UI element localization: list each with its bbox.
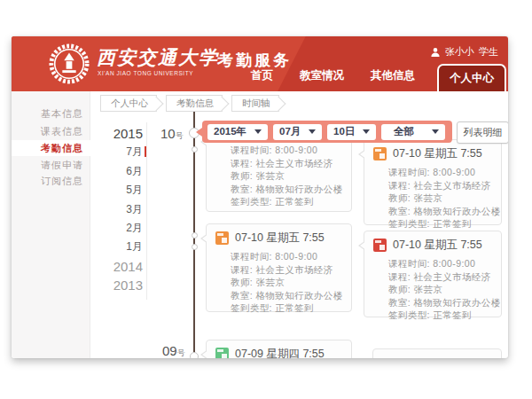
attendance-card-header: 07-09 星期四 7:55 (207, 340, 351, 358)
card-date-title: 07-10 星期五 7:55 (393, 146, 482, 161)
card-course: 课程: 社会主义市场经济 (231, 263, 344, 277)
attendance-card: 07-10 星期五 7:55 课程时间: 8:00-9:00 课程: 社会主义市… (206, 223, 352, 312)
card-date-title: 07-09 星期四 7:55 (235, 347, 325, 358)
month-dropdown-value: 07月 (279, 125, 301, 138)
card-signin-type: 签到类型: 正常签到 (388, 309, 494, 322)
sidebar-item-attendance-info-active[interactable]: 考勤信息 (12, 140, 90, 156)
user-role: 学生 (479, 45, 498, 59)
breadcrumb-attendance-info[interactable]: 考勤信息 (166, 95, 223, 112)
day-marker-09-unit: 号 (177, 348, 185, 357)
timeline-node-card4 (192, 244, 198, 250)
month-dropdown[interactable]: 07月 (273, 124, 322, 140)
timeline-node-card3 (192, 232, 198, 239)
day-marker-09: 09号 (162, 343, 185, 358)
type-dropdown-value: 全部 (394, 125, 414, 138)
card-signin-type: 签到类型: 正常签到 (231, 301, 344, 315)
main-nav: 首页 教室情况 其他信息 个人中心 (238, 64, 506, 91)
user-name: 张小小 (445, 45, 474, 59)
filter-bar: 2015年 07月 10日 全部 (202, 121, 452, 143)
day-marker-10-unit: 号 (176, 131, 184, 140)
card-date-title: 07-10 星期五 7:55 (235, 231, 325, 246)
breadcrumb-timeline[interactable]: 时间轴 (231, 95, 279, 112)
attendance-card-body: 课程时间: 8:00-9:00 课程: 社会主义市场经济 教师: 张芸京 教室:… (207, 248, 351, 320)
timeline-month-jul[interactable]: 7月 (100, 143, 143, 161)
app-header: 西安交通大学 XI'AN JIAO TONG UNIVERSITY 考勤服务 张… (12, 36, 508, 91)
card-classroom: 教室: 格物致知行政办公楼 (388, 296, 494, 309)
day-marker-10: 10号 (160, 126, 184, 142)
nav-item-other-info[interactable]: 其他信息 (357, 68, 428, 91)
sidebar-item-schedule-info[interactable]: 课表信息 (12, 123, 90, 139)
day-marker-09-num: 09 (162, 343, 177, 358)
university-name-en: XI'AN JIAO TONG UNIVERSITY (98, 70, 193, 76)
user-menu[interactable]: 张小小 学生 (430, 45, 498, 59)
timeline-year-2014[interactable]: 2014 (100, 257, 143, 276)
sidebar: 基本信息 课表信息 考勤信息 请假申请 订阅信息 (12, 91, 90, 358)
rail-divider (146, 122, 147, 300)
day-dropdown-value: 10日 (333, 125, 355, 138)
year-dropdown[interactable]: 2015年 (207, 124, 268, 140)
timeline-node-card1 (192, 146, 198, 153)
day-dropdown[interactable]: 10日 (327, 124, 376, 140)
status-absent-icon (373, 239, 387, 252)
breadcrumb: 个人中心 考勤信息 时间轴 (100, 95, 279, 112)
card-teacher: 教师: 张芸京 (388, 283, 494, 296)
card-teacher: 教师: 张芸京 (231, 276, 344, 289)
card-date-title: 07-10 星期五 7:55 (393, 238, 482, 253)
attendance-card: 07-10 星期五 7:55 课程时间: 8:00-9:00 课程: 社会主义市… (364, 231, 502, 317)
card-classroom: 教室: 格物致知行政办公楼 (231, 289, 344, 302)
year-dropdown-value: 2015年 (214, 125, 246, 138)
timeline-year-list: 2015 7月 6月 5月 3月 2月 1月 2014 2013 (100, 124, 143, 295)
day-marker-10-num: 10 (160, 126, 176, 141)
type-dropdown[interactable]: 全部 (381, 124, 445, 140)
timeline-year-2015[interactable]: 2015 (100, 124, 143, 143)
card-course-time: 课程时间: 8:00-9:00 (388, 166, 494, 179)
attendance-card: 07-10 星期五 7:55 课程时间: 8:00-9:00 课程: 社会主义市… (364, 139, 502, 225)
chevron-down-icon (254, 129, 262, 134)
card-course-time: 课程时间: 8:00-9:00 (388, 257, 494, 270)
attendance-card-header: 07-10 星期五 7:55 (364, 231, 501, 255)
card-course: 课程: 社会主义市场经济 (388, 179, 494, 192)
card-course: 课程: 社会主义市场经济 (388, 270, 494, 284)
nav-item-home[interactable]: 首页 (238, 68, 286, 91)
card-course: 课程: 社会主义市场经济 (231, 157, 344, 170)
list-detail-button[interactable]: 列表明细 (457, 121, 508, 144)
card-teacher: 教师: 张芸京 (388, 192, 494, 205)
card-teacher: 教师: 张芸京 (231, 169, 344, 183)
chevron-down-icon (309, 129, 316, 134)
attendance-card-header: 07-10 星期五 7:55 (364, 140, 501, 164)
university-emblem-icon (49, 43, 90, 84)
card-signin-type: 签到类型: 正常签到 (388, 217, 494, 231)
sidebar-item-leave-request[interactable]: 请假申请 (12, 157, 90, 173)
card-course-time: 课程时间: 8:00-9:00 (231, 250, 344, 263)
chevron-down-icon (432, 129, 439, 134)
timeline-month-may[interactable]: 5月 (100, 181, 143, 200)
attendance-card-body: 课程时间: 8:00-9:00 课程: 社会主义市场经济 教师: 张芸京 教室:… (364, 255, 501, 327)
timeline-year-2013[interactable]: 2013 (100, 276, 143, 294)
university-name-cn: 西安交通大学 (97, 45, 219, 70)
timeline-month-feb[interactable]: 2月 (100, 219, 143, 238)
nav-tab-personal-center-active[interactable]: 个人中心 (437, 64, 506, 91)
card-course-time: 课程时间: 8:00-9:00 (231, 144, 344, 157)
card-classroom: 教室: 格物致知行政办公楼 (231, 183, 344, 196)
attendance-app-window: 西安交通大学 XI'AN JIAO TONG UNIVERSITY 考勤服务 张… (12, 36, 508, 358)
breadcrumb-personal-center[interactable]: 个人中心 (100, 95, 157, 112)
timeline-month-jan[interactable]: 1月 (100, 238, 143, 256)
card-signin-type: 签到类型: 正常签到 (231, 195, 344, 208)
attendance-card-header: 07-10 星期五 7:55 (207, 224, 351, 248)
attendance-card: 07-09 星期四 7:55 (206, 340, 352, 358)
chevron-down-icon (363, 129, 370, 134)
nav-item-classrooms[interactable]: 教室情况 (286, 68, 357, 91)
status-late-icon (215, 231, 229, 245)
attendance-card-stub (372, 348, 502, 358)
timeline-month-mar[interactable]: 3月 (100, 200, 143, 219)
person-icon (430, 47, 441, 58)
status-late-icon (373, 147, 387, 160)
timeline-node-day09 (190, 352, 199, 358)
attendance-card-body: 课程时间: 8:00-9:00 课程: 社会主义市场经济 教师: 张芸京 教室:… (364, 164, 501, 236)
sidebar-item-basic-info[interactable]: 基本信息 (12, 106, 90, 121)
status-normal-icon (215, 348, 229, 358)
timeline-month-jun[interactable]: 6月 (100, 162, 143, 181)
card-classroom: 教室: 格物致知行政办公楼 (388, 205, 494, 218)
sidebar-item-subscription-info[interactable]: 订阅信息 (12, 173, 90, 189)
